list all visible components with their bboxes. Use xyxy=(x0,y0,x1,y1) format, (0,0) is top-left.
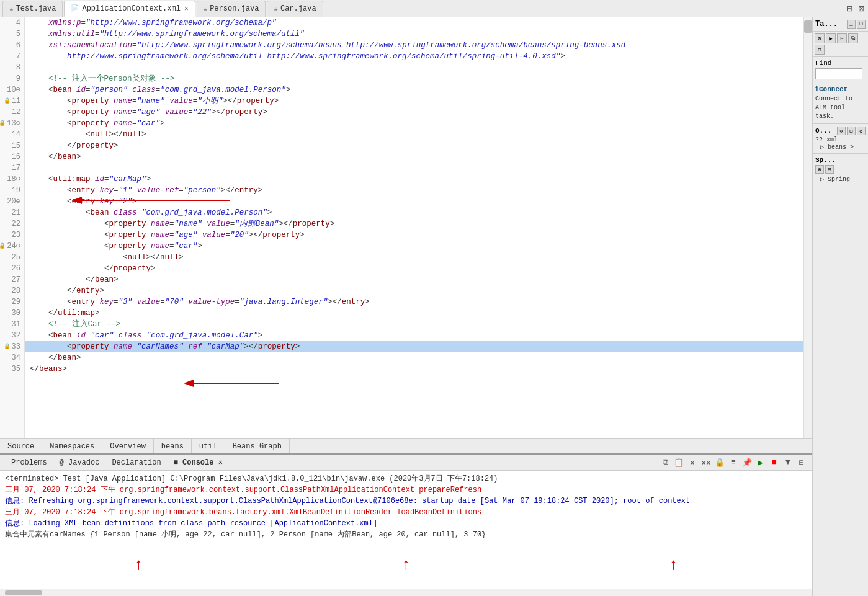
outline-beans-item[interactable]: ▷ beans > xyxy=(815,143,866,151)
code-line-12: <property name="age" value="22"></proper… xyxy=(25,107,803,118)
right-panel: Ta... _ □ ⚙ ▶ ✂ ⧉ ⊟ Find ℹ Connect Conne… xyxy=(812,17,868,596)
tab-overview[interactable]: Overview xyxy=(102,439,154,454)
console-line-2: 信息: Refreshing org.springframework.conte… xyxy=(5,496,807,507)
stop-btn[interactable]: ■ xyxy=(769,457,780,468)
spring-btn-2[interactable]: ⊟ xyxy=(825,165,834,174)
spring-child-item[interactable]: ▷ Spring xyxy=(815,176,866,183)
rp-icon-5[interactable]: ⊟ xyxy=(815,45,825,55)
code-line-16: </bean> xyxy=(25,151,803,162)
clear-all-btn[interactable]: ✕✕ xyxy=(700,457,712,468)
tab-util[interactable]: util xyxy=(192,439,225,454)
line-num-7: 7 xyxy=(0,51,24,62)
rp-minimize-btn[interactable]: _ xyxy=(847,20,856,29)
code-line-30: </util:map> xyxy=(25,308,803,319)
connect-title: ℹ Connect xyxy=(815,85,866,93)
line-num-20: 20⊖ xyxy=(0,196,24,207)
tab-test-java[interactable]: ☕ Test.java xyxy=(2,1,63,17)
line-num-19: 19 xyxy=(0,185,24,196)
find-section: Find xyxy=(813,57,868,82)
code-line-31: <!-- 注入Car --> xyxy=(25,319,803,330)
run-btn[interactable]: ▶ xyxy=(755,457,766,468)
editor-area: 4 5 6 7 8 9 10⊖ 🔒11 12 🔒13⊖ 14 15 16 17 … xyxy=(0,17,812,596)
line-num-29: 29 xyxy=(0,296,24,308)
console-tab-console[interactable]: ■ Console ✕ xyxy=(168,458,229,467)
line-num-32: 32 xyxy=(0,330,24,341)
tab-car-java[interactable]: ☕ Car.java xyxy=(267,1,323,17)
line-num-13: 🔒13⊖ xyxy=(0,118,24,129)
rp-maximize-btn[interactable]: □ xyxy=(857,20,866,29)
pin-btn[interactable]: 📌 xyxy=(741,457,753,468)
line-num-10: 10⊖ xyxy=(0,84,24,96)
right-panel-toolbar: _ □ xyxy=(847,20,866,29)
console-header: Problems @ Javadoc Declaration ■ Console… xyxy=(0,455,812,471)
tab-source[interactable]: Source xyxy=(0,439,42,454)
outline-title: O... xyxy=(815,127,831,135)
outline-btn-2[interactable]: ⊟ xyxy=(847,127,856,135)
code-content[interactable]: xmlns:p="http://www.springframework.org/… xyxy=(25,17,803,438)
line-num-8: 8 xyxy=(0,62,24,73)
code-line-13: <property name="car"> xyxy=(25,118,803,129)
right-panel-header: Ta... _ □ xyxy=(813,17,868,32)
line-num-22: 22 xyxy=(0,218,24,229)
find-input[interactable] xyxy=(815,68,862,79)
xml-file-icon: 📄 xyxy=(71,4,79,12)
window-controls[interactable]: ⊟ ⊠ xyxy=(843,2,868,15)
console-tab-javadoc[interactable]: @ Javadoc xyxy=(53,458,106,467)
line-num-24: 🔒24⊖ xyxy=(0,241,24,252)
code-line-25: <null></null> xyxy=(25,252,803,263)
console-h-scrollbar[interactable] xyxy=(0,589,812,596)
code-line-14: <null></null> xyxy=(25,129,803,140)
info-icon: ℹ xyxy=(815,85,818,93)
line-num-25: 25 xyxy=(0,252,24,263)
arrow-left: ↑ xyxy=(134,556,144,574)
outline-section: O... ⊕ ⊟ ↺ ?? xml ▷ beans > xyxy=(813,124,868,154)
tab-label: Person.java xyxy=(210,4,259,13)
h-scrollbar-thumb[interactable] xyxy=(5,590,42,595)
clear-btn[interactable]: ✕ xyxy=(687,457,698,468)
outline-btn-1[interactable]: ⊕ xyxy=(837,127,846,135)
bottom-tabs: Source Namespaces Overview beans util Be… xyxy=(0,438,812,453)
rp-icon-4[interactable]: ⧉ xyxy=(848,33,858,43)
rp-icon-1[interactable]: ⚙ xyxy=(815,33,825,43)
line-num-30: 30 xyxy=(0,308,24,319)
outline-btn-3[interactable]: ↺ xyxy=(857,127,866,135)
paste-btn[interactable]: 📋 xyxy=(673,457,684,468)
tab-beans[interactable]: beans xyxy=(154,439,192,454)
rp-icon-2[interactable]: ▶ xyxy=(826,33,836,43)
vertical-scrollbar[interactable] xyxy=(803,17,812,438)
code-line-35: </beans> xyxy=(25,363,803,375)
line-num-6: 6 xyxy=(0,40,24,51)
more-btn[interactable]: ⊟ xyxy=(796,457,807,468)
code-line-15: </property> xyxy=(25,140,803,151)
code-line-9: <!-- 注入一个Person类对象 --> xyxy=(25,73,803,84)
scroll-lock-btn[interactable]: 🔒 xyxy=(714,457,725,468)
tab-app-context[interactable]: 📄 ApplicationContext.xml ✕ xyxy=(64,1,195,17)
console-body[interactable]: <terminated> Test [Java Application] C:\… xyxy=(0,471,812,589)
java-file-icon2: ☕ xyxy=(204,5,208,13)
copy-btn[interactable]: ⧉ xyxy=(660,457,671,468)
code-line-5: xmlns:util="http://www.springframework.o… xyxy=(25,29,803,40)
code-line-19: <entry key="1" value-ref="person"></entr… xyxy=(25,185,803,196)
tab-beans-graph[interactable]: Beans Graph xyxy=(225,439,290,454)
word-wrap-btn[interactable]: ≡ xyxy=(728,457,739,468)
console-tab-declaration[interactable]: Declaration xyxy=(105,458,167,467)
line-num-17: 17 xyxy=(0,162,24,174)
main-area: 4 5 6 7 8 9 10⊖ 🔒11 12 🔒13⊖ 14 15 16 17 … xyxy=(0,17,868,596)
code-editor[interactable]: 4 5 6 7 8 9 10⊖ 🔒11 12 🔒13⊖ 14 15 16 17 … xyxy=(0,17,812,438)
console-tab-problems[interactable]: Problems xyxy=(5,458,53,467)
code-line-6: xsi:schemaLocation="http://www.springfra… xyxy=(25,40,803,51)
spring-section: Sp... ⊕ ⊟ ▷ Spring xyxy=(813,154,868,185)
tab-person-java[interactable]: ☕ Person.java xyxy=(197,1,266,17)
tab-namespaces[interactable]: Namespaces xyxy=(42,439,102,454)
tab-label: Car.java xyxy=(280,4,316,13)
tab-close-icon[interactable]: ✕ xyxy=(184,4,189,12)
code-line-20: <entry key="2"> xyxy=(25,196,803,207)
spring-btn-1[interactable]: ⊕ xyxy=(815,165,824,174)
scrollbar-thumb[interactable] xyxy=(804,20,812,33)
rp-icon-3[interactable]: ✂ xyxy=(837,33,847,43)
line-num-11: 🔒11 xyxy=(0,96,24,107)
line-num-26: 26 xyxy=(0,263,24,274)
bottom-arrows: ↑ ↑ ↑ xyxy=(5,540,807,574)
settings-btn[interactable]: ▼ xyxy=(782,457,794,468)
code-line-28: </entry> xyxy=(25,285,803,296)
